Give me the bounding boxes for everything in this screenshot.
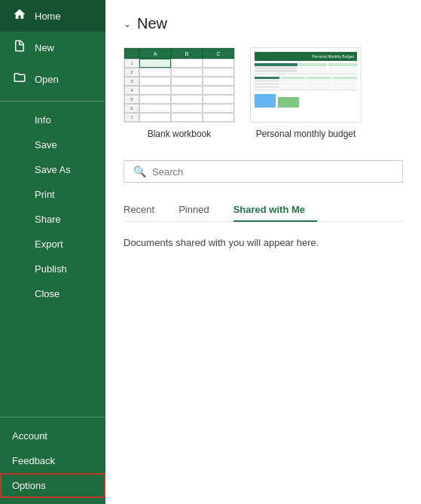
account-label: Account	[12, 430, 47, 442]
search-icon: 🔍	[133, 165, 146, 178]
publish-label: Publish	[35, 263, 67, 275]
template-budget[interactable]: Personal Monthly Budget	[250, 47, 362, 139]
tabs-row: Recent Pinned Shared with Me	[124, 198, 403, 222]
sidebar-item-feedback[interactable]: Feedback	[0, 448, 105, 473]
print-label: Print	[35, 189, 55, 200]
new-label: New	[35, 42, 54, 53]
save-label: Save	[35, 139, 57, 150]
save-as-label: Save As	[35, 164, 71, 175]
open-label: Open	[35, 74, 59, 85]
sidebar-item-publish[interactable]: Publish	[0, 257, 105, 281]
budget-label: Personal monthly budget	[256, 129, 356, 139]
section-title: New	[137, 15, 167, 32]
sidebar-item-print[interactable]: Print	[0, 182, 105, 207]
home-label: Home	[35, 11, 61, 22]
sidebar-item-account[interactable]: Account	[0, 424, 105, 448]
sidebar-item-options[interactable]: Options	[0, 473, 105, 498]
sidebar-item-save-as[interactable]: Save As	[0, 157, 105, 182]
open-icon	[12, 71, 27, 87]
sidebar-item-close[interactable]: Close	[0, 281, 105, 306]
blank-workbook-label: Blank workbook	[148, 129, 212, 139]
sidebar-item-open[interactable]: Open	[0, 63, 105, 95]
budget-thumb: Personal Monthly Budget	[250, 47, 362, 123]
tab-shared-with-me[interactable]: Shared with Me	[233, 198, 317, 221]
sidebar-item-export[interactable]: Export	[0, 232, 105, 257]
home-icon	[12, 8, 27, 24]
empty-state-text: Documents shared with you will appear he…	[124, 234, 403, 251]
sidebar-item-info[interactable]: Info	[0, 108, 105, 132]
tab-pinned[interactable]: Pinned	[178, 198, 221, 221]
search-bar[interactable]: 🔍	[124, 160, 403, 183]
sidebar-top: Home New Open Info Save	[0, 0, 105, 417]
options-label: Options	[12, 480, 46, 491]
feedback-label: Feedback	[12, 455, 55, 466]
share-label: Share	[35, 214, 61, 225]
main-content: ⌄ New A B C 1 2	[105, 0, 421, 504]
sidebar-divider-1	[0, 101, 105, 102]
tab-recent[interactable]: Recent	[124, 198, 166, 221]
section-header: ⌄ New	[124, 15, 403, 32]
sidebar-item-share[interactable]: Share	[0, 207, 105, 232]
template-blank-workbook[interactable]: A B C 1 2 3 4	[124, 47, 235, 139]
sidebar-item-home[interactable]: Home	[0, 0, 105, 32]
blank-workbook-thumb: A B C 1 2 3 4	[124, 47, 235, 123]
close-label: Close	[35, 288, 59, 299]
chevron-icon: ⌄	[124, 19, 131, 29]
sidebar-bottom: Account Feedback Options	[0, 417, 105, 504]
new-icon	[12, 39, 27, 56]
sidebar-item-new[interactable]: New	[0, 32, 105, 63]
info-label: Info	[35, 114, 51, 126]
export-label: Export	[35, 238, 63, 250]
sidebar: Home New Open Info Save	[0, 0, 105, 504]
templates-row: A B C 1 2 3 4	[124, 47, 403, 139]
search-input[interactable]	[152, 166, 393, 178]
sidebar-item-save[interactable]: Save	[0, 132, 105, 157]
